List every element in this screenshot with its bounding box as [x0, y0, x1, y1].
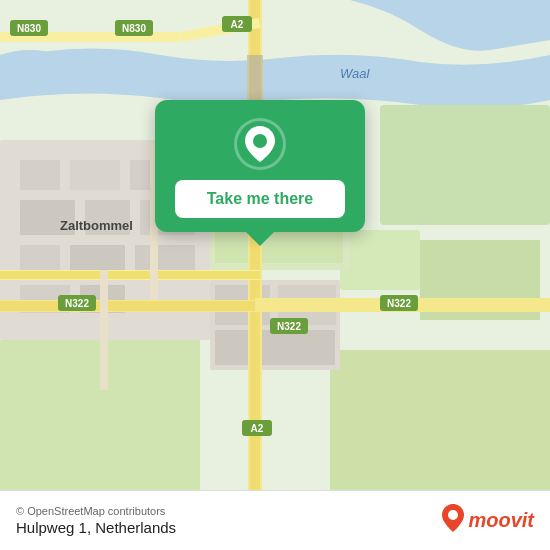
- svg-rect-2: [340, 230, 420, 290]
- moovit-logo: moovit: [442, 504, 534, 538]
- svg-rect-39: [100, 270, 108, 390]
- svg-text:Zaltbommel: Zaltbommel: [60, 218, 133, 233]
- svg-rect-33: [249, 55, 261, 103]
- take-me-there-button[interactable]: Take me there: [175, 180, 345, 218]
- svg-text:Waal: Waal: [340, 66, 370, 81]
- svg-rect-31: [0, 271, 260, 279]
- svg-rect-7: [20, 160, 60, 190]
- svg-rect-8: [70, 160, 120, 190]
- location-icon-circle: [234, 118, 286, 170]
- svg-point-59: [448, 510, 458, 520]
- location-label: Hulpweg 1, Netherlands: [16, 519, 176, 536]
- svg-point-58: [253, 134, 267, 148]
- svg-text:N830: N830: [17, 23, 41, 34]
- popup-card: Take me there: [155, 100, 365, 232]
- svg-rect-5: [330, 350, 550, 490]
- svg-text:N322: N322: [65, 298, 89, 309]
- svg-rect-1: [380, 105, 550, 225]
- bottom-bar: © OpenStreetMap contributors Hulpweg 1, …: [0, 490, 550, 550]
- location-pin-icon: [245, 126, 275, 162]
- svg-text:A2: A2: [231, 19, 244, 30]
- map-attribution: © OpenStreetMap contributors: [16, 505, 176, 517]
- moovit-pin-icon: [442, 504, 464, 538]
- svg-rect-21: [215, 330, 335, 365]
- svg-text:N830: N830: [122, 23, 146, 34]
- moovit-brand-text: moovit: [468, 509, 534, 532]
- svg-text:A2: A2: [251, 423, 264, 434]
- svg-text:N322: N322: [387, 298, 411, 309]
- svg-text:N322: N322: [277, 321, 301, 332]
- map-container: N830 N830 A2 Waal Zaltbommel N322 N322 N…: [0, 0, 550, 490]
